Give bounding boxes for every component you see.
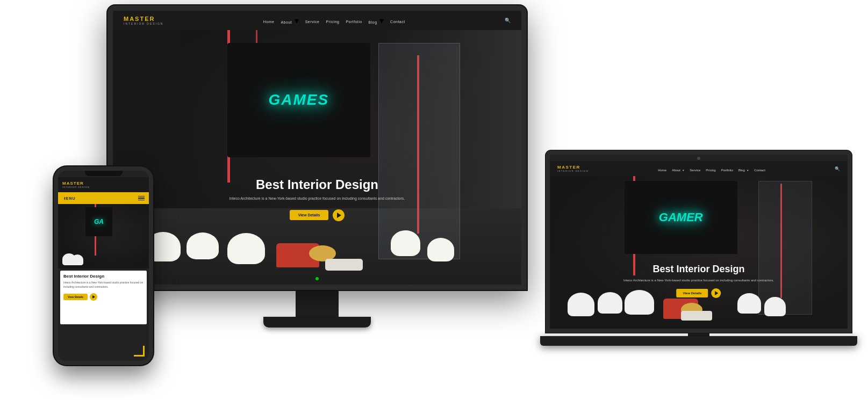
nav-item-portfolio[interactable]: Portfolio	[346, 16, 362, 25]
scene: MASTER INTERIOR DESIGN Home About ▾ Serv…	[0, 0, 868, 400]
phone-play-icon	[92, 295, 95, 299]
monitor-logo: MASTER INTERIOR DESIGN	[124, 16, 163, 25]
phone-tv-text: GA	[94, 218, 104, 226]
view-details-button[interactable]: View Details	[290, 210, 329, 220]
phone-content-card: Best Interior Design Inteco Architecture…	[60, 271, 147, 324]
phone-logo-title: MASTER	[62, 181, 90, 186]
laptop-hero-title: Best Interior Design	[587, 264, 810, 275]
phone-logo-sub: INTERIOR DESIGN	[62, 186, 90, 188]
phone-view-details-button[interactable]: View Details	[63, 294, 88, 300]
laptop-logo-sub: INTERIOR DESIGN	[557, 170, 589, 172]
monitor-stand-base	[263, 317, 371, 328]
nav-item-pricing[interactable]: Pricing	[326, 16, 340, 25]
laptop-nav-blog[interactable]: Blog ▾	[738, 164, 749, 173]
mobile-phone: MASTER INTERIOR DESIGN MENU	[54, 166, 153, 365]
hero-tv-screen: GAMES	[227, 43, 370, 157]
laptop-logo: MASTER INTERIOR DESIGN	[557, 165, 589, 172]
play-icon	[337, 213, 341, 218]
monitor-hero-buttons: View Details	[154, 209, 480, 221]
monitor-hero-description: Inteco Architecture is a New-York-based …	[154, 196, 480, 202]
laptop-nav-pricing[interactable]: Pricing	[706, 164, 715, 173]
laptop-camera	[697, 157, 700, 160]
phone-body: MASTER INTERIOR DESIGN MENU	[54, 166, 153, 365]
laptop-website: MASTER INTERIOR DESIGN Home About ▾ Serv…	[550, 155, 848, 329]
hamburger-line-1	[138, 196, 145, 197]
play-button[interactable]	[333, 209, 345, 221]
nav-item-service[interactable]: Service	[305, 16, 320, 25]
laptop-hero: GAMER	[550, 176, 848, 329]
laptop-navbar: MASTER INTERIOR DESIGN Home About ▾ Serv…	[550, 161, 848, 176]
laptop-screen: MASTER INTERIOR DESIGN Home About ▾ Serv…	[546, 150, 852, 333]
monitor-logo-title: MASTER	[124, 16, 163, 22]
laptop-button-group: View Details	[587, 288, 810, 298]
nav-item-contact[interactable]: Contact	[390, 16, 405, 25]
nav-item-about[interactable]: About ▾	[281, 16, 298, 26]
monitor-body: MASTER INTERIOR DESIGN Home About ▾ Serv…	[107, 5, 527, 290]
phone-camera	[85, 171, 123, 176]
hamburger-line-2	[138, 198, 145, 199]
monitor-hero: GAMES	[113, 30, 521, 285]
nav-item-home[interactable]: Home	[263, 16, 275, 25]
phone-hero: GA	[58, 204, 149, 268]
monitor-logo-sub: INTERIOR DESIGN	[124, 22, 163, 25]
laptop-tv: GAMER	[625, 181, 738, 254]
phone-tv: GA	[85, 207, 113, 236]
monitor-navbar: MASTER INTERIOR DESIGN Home About ▾ Serv…	[113, 11, 521, 30]
phone-card-title: Best Interior Design	[63, 274, 144, 279]
corner-accent-top-left	[62, 192, 73, 203]
corner-accent-bottom-right	[134, 346, 145, 357]
laptop-hero-description: Inteco Architecture is a New-York-based …	[587, 278, 810, 283]
laptop-view-details-button[interactable]: View Details	[677, 289, 708, 297]
laptop-search-icon[interactable]: 🔍	[835, 166, 840, 171]
laptop-tv-text: GAMER	[659, 210, 703, 224]
monitor-hero-content: Best Interior Design Inteco Architecture…	[154, 178, 480, 221]
desktop-monitor: MASTER INTERIOR DESIGN Home About ▾ Serv…	[107, 5, 527, 338]
laptop-play-icon	[715, 291, 718, 295]
laptop-play-button[interactable]	[711, 288, 721, 298]
phone-play-button[interactable]	[90, 293, 97, 301]
monitor-website: MASTER INTERIOR DESIGN Home About ▾ Serv…	[113, 11, 521, 285]
hamburger-menu[interactable]	[138, 196, 145, 201]
laptop-nav-service[interactable]: Service	[690, 164, 700, 173]
laptop-nav-home[interactable]: Home	[658, 164, 666, 173]
phone-logo: MASTER INTERIOR DESIGN	[62, 181, 90, 188]
phone-button-group: View Details	[63, 293, 144, 301]
phone-website: MASTER INTERIOR DESIGN MENU	[58, 171, 149, 361]
search-icon[interactable]: 🔍	[505, 18, 511, 23]
hamburger-line-3	[138, 200, 145, 201]
monitor-stand-neck	[296, 290, 339, 317]
phone-card-description: Inteco Architecture is a New-York-based …	[63, 281, 144, 289]
laptop-base	[540, 336, 857, 346]
monitor-led	[315, 277, 319, 280]
laptop-nav-portfolio[interactable]: Portfolio	[721, 164, 733, 173]
monitor-nav-links: Home About ▾ Service Pricing Portfolio B…	[263, 16, 405, 26]
laptop-nav-links: Home About ▾ Service Pricing Portfolio B…	[658, 164, 765, 173]
phone-navbar: MASTER INTERIOR DESIGN	[58, 177, 149, 192]
monitor-hero-title: Best Interior Design	[154, 178, 480, 192]
laptop-hero-content: Best Interior Design Inteco Architecture…	[587, 264, 810, 298]
laptop-device: MASTER INTERIOR DESIGN Home About ▾ Serv…	[546, 150, 852, 360]
laptop-nav-about[interactable]: About ▾	[672, 164, 684, 173]
laptop-nav-contact[interactable]: Contact	[754, 164, 765, 173]
tv-text: GAMES	[268, 91, 329, 108]
nav-item-blog[interactable]: Blog ▾	[369, 16, 384, 26]
laptop-logo-title: MASTER	[557, 165, 589, 170]
